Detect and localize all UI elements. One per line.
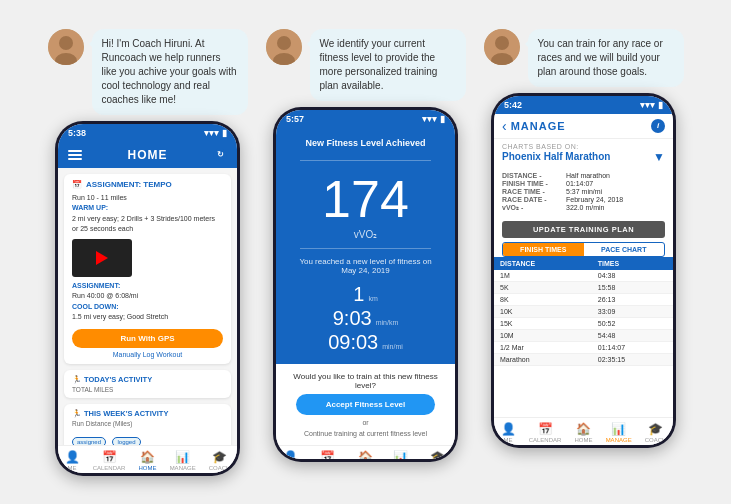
race-date-row: RACE DATE - February 24, 2018 (502, 196, 665, 203)
status-bar-3: 5:42 ▾▾▾ ▮ (494, 96, 673, 114)
header-title-1: HOME (128, 148, 168, 162)
update-training-button[interactable]: UPDATE TRAINING PLAN (502, 221, 665, 238)
week-icon: 🏃 (72, 409, 81, 418)
coach-icon: 🎓 (212, 450, 227, 464)
finish-time-value: 01:14:07 (566, 180, 593, 187)
calendar-nav-icon: 📅 (102, 450, 117, 464)
status-icons-3: ▾▾▾ ▮ (640, 100, 663, 110)
back-arrow-icon[interactable]: ‹ (502, 118, 507, 134)
table-row: 1M04:38 (494, 270, 673, 282)
today-activity-card: 🏃 TODAY'S ACTIVITY TOTAL MILES (64, 370, 231, 398)
nav-manage-1[interactable]: 📊 MANAGE (170, 450, 196, 471)
info-icon[interactable]: i (651, 119, 665, 133)
pace-key: RACE TIME - (502, 188, 562, 195)
fitness-unit: vVO₂ (354, 229, 377, 240)
manual-log-button[interactable]: Manually Log Workout (72, 351, 223, 358)
table-row: 10K33:09 (494, 305, 673, 317)
finish-time-row: FINISH TIME - 01:14:07 (502, 180, 665, 187)
manage-title: MANAGE (511, 120, 566, 132)
video-thumbnail[interactable] (72, 239, 132, 277)
run-range: Run 10 - 11 miles (72, 193, 223, 204)
assignment-title-1: 📅 ASSIGNMENT: TEMPO (72, 180, 223, 189)
bubble-text-1: Hi! I'm Coach Hiruni. At Runcoach we hel… (102, 38, 237, 105)
nav-me-3[interactable]: 👤 ME (501, 422, 516, 443)
nav-home-1[interactable]: 🏠 HOME (139, 450, 157, 471)
home-icon-2: 🏠 (358, 450, 373, 459)
distance-value: Half marathon (566, 172, 610, 179)
stat2-num: 9:03 (333, 307, 372, 330)
col-distance: DISTANCE (494, 257, 592, 270)
coach-avatar-2 (266, 29, 302, 65)
svg-point-7 (495, 36, 509, 50)
nav-manage-2[interactable]: 📊 MANAGE (388, 450, 414, 459)
stat3-label: min/mi (382, 343, 403, 350)
pace-row: RACE TIME - 5:37 min/mi (502, 188, 665, 195)
phone1-screen: 5:38 ▾▾▾ ▮ HOME ↻ (58, 124, 237, 473)
accept-fitness-button[interactable]: Accept Fitness Level (296, 394, 435, 415)
nav-coach-1[interactable]: 🎓 COACH (209, 450, 231, 471)
battery-icon: ▮ (222, 128, 227, 138)
svg-point-4 (277, 36, 291, 50)
assignment-card-1: 📅 ASSIGNMENT: TEMPO Run 10 - 11 miles WA… (64, 174, 231, 364)
charts-race-title: Phoenix Half Marathon (502, 151, 610, 162)
nav-me-2[interactable]: 👤 ME (283, 450, 298, 459)
dropdown-icon[interactable]: ▼ (653, 150, 665, 164)
assignment2-label: ASSIGNMENT: (72, 281, 223, 292)
nav-me-1[interactable]: 👤 ME (65, 450, 80, 471)
stat-row-1: 1 km (353, 283, 377, 306)
nav-home-3[interactable]: 🏠 HOME (575, 422, 593, 443)
home-icon-3: 🏠 (576, 422, 591, 436)
speech-bubble-2: We identify your current fitness level t… (310, 29, 466, 101)
phone2-column: We identify your current fitness level t… (266, 29, 466, 462)
phone3-screen: 5:42 ▾▾▾ ▮ ‹ MANAGE i CHARTS BASED O (494, 96, 673, 445)
manage-header: ‹ MANAGE i (494, 114, 673, 139)
menu-icon[interactable] (68, 150, 82, 160)
coach-icon-3: 🎓 (648, 422, 663, 436)
stat2-label: min/km (376, 319, 399, 326)
continue-fitness-button[interactable]: Continue training at current fitness lev… (304, 430, 427, 437)
nav-coach-3[interactable]: 🎓 COACH (645, 422, 667, 443)
fitness-question: Would you like to train at this new fitn… (284, 372, 447, 390)
nav-home-2[interactable]: 🏠 HOME (357, 450, 375, 459)
coach-icon-2: 🎓 (430, 450, 445, 459)
charts-based-label: CHARTS BASED ON: (502, 143, 665, 150)
phone3-column: You can train for any race or races and … (484, 29, 684, 448)
main-scene: Hi! I'm Coach Hiruni. At Runcoach we hel… (38, 19, 694, 486)
stat1-label: km (368, 295, 377, 302)
assignment-body-1: Run 10 - 11 miles WARM UP: 2 mi very eas… (72, 193, 223, 323)
table-row: 15K50:52 (494, 317, 673, 329)
fitness-bottom: Would you like to train at this new fitn… (276, 364, 455, 445)
warmup-label: WARM UP: (72, 203, 223, 214)
table-row: 8K26:13 (494, 293, 673, 305)
calendar-icon: 📅 (72, 180, 82, 189)
pace-value: 5:37 min/mi (566, 188, 602, 195)
fitness-number: 174 (322, 173, 409, 225)
speech-bubble-1: Hi! I'm Coach Hiruni. At Runcoach we hel… (92, 29, 248, 115)
stat-row-2: 9:03 min/km (333, 307, 399, 330)
home-icon: 🏠 (140, 450, 155, 464)
play-icon (96, 251, 108, 265)
stat1-num: 1 (353, 283, 364, 306)
status-icons-1: ▾▾▾ ▮ (204, 128, 227, 138)
nav-calendar-2[interactable]: 📅 CALENDAR (311, 450, 344, 459)
refresh-icon[interactable]: ↻ (213, 148, 227, 162)
nav-calendar-1[interactable]: 📅 CALENDAR (93, 450, 126, 471)
wifi-icon-3: ▾▾▾ (640, 100, 655, 110)
coach-bubble-1: Hi! I'm Coach Hiruni. At Runcoach we hel… (48, 29, 248, 115)
warmup-detail: 2 mi very easy; 2 Drills + 3 Strides/100… (72, 214, 223, 235)
logged-tag: logged (112, 437, 140, 445)
nav-calendar-3[interactable]: 📅 CALENDAR (529, 422, 562, 443)
finish-times-tab[interactable]: FINISH TIMES (503, 243, 584, 256)
today-title: 🏃 TODAY'S ACTIVITY (72, 375, 223, 384)
run-gps-button[interactable]: Run With GPS (72, 329, 223, 348)
nav-manage-3[interactable]: 📊 MANAGE (606, 422, 632, 443)
nav-coach-2[interactable]: 🎓 COACH (427, 450, 449, 459)
battery-icon-3: ▮ (658, 100, 663, 110)
calendar-icon-2: 📅 (320, 450, 335, 459)
calendar-icon-3: 📅 (538, 422, 553, 436)
distance-row: DISTANCE - Half marathon (502, 172, 665, 179)
status-bar-2: 5:57 ▾▾▾ ▮ (276, 110, 455, 128)
pace-chart-tab[interactable]: PACE CHART (584, 243, 665, 256)
fitness-screen-title: New Fitness Level Achieved (305, 138, 425, 148)
bubble-text-3: You can train for any race or races and … (538, 38, 663, 77)
